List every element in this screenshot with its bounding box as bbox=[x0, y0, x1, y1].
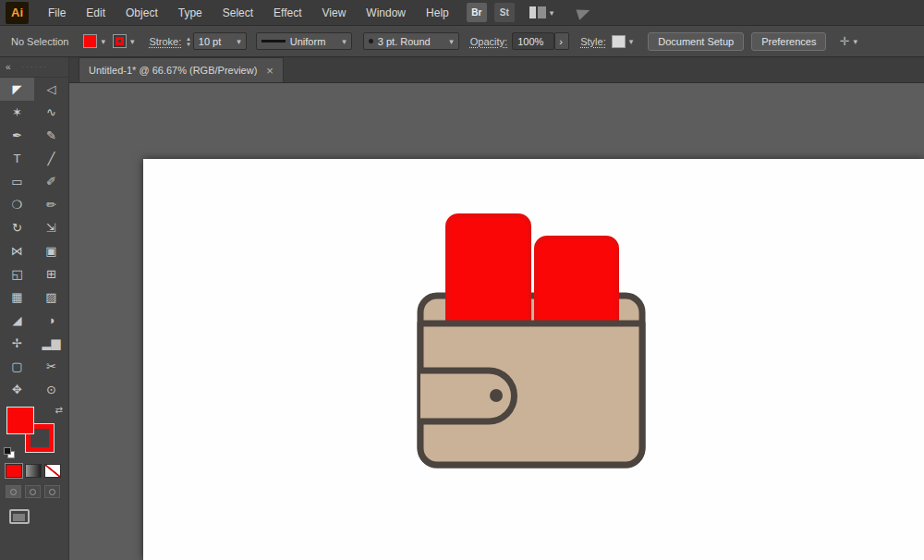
symbol-sprayer-tool[interactable]: ✢ bbox=[0, 332, 34, 355]
selection-tool[interactable]: ◤ bbox=[0, 78, 34, 101]
opacity-flyout-button[interactable]: › bbox=[554, 32, 569, 50]
tab-bar: Untitled-1* @ 66.67% (RGB/Preview) × bbox=[69, 57, 924, 83]
menu-type[interactable]: Type bbox=[168, 0, 213, 26]
blend-tool[interactable]: ◑ bbox=[34, 309, 68, 332]
workspace-switcher-icon[interactable] bbox=[529, 6, 546, 18]
slice-tool[interactable]: ✂ bbox=[34, 355, 68, 378]
collapse-panel-icon[interactable]: « bbox=[6, 62, 11, 72]
variable-width-dropdown[interactable]: Uniform ▾ bbox=[256, 32, 352, 50]
type-tool[interactable]: T bbox=[0, 147, 34, 170]
brush-dropdown[interactable]: 3 pt. Round ▾ bbox=[363, 32, 459, 50]
opacity-input[interactable]: 100% bbox=[512, 32, 554, 50]
red-card-left[interactable] bbox=[447, 215, 529, 335]
chevron-down-icon[interactable]: ▾ bbox=[853, 37, 857, 46]
menu-view[interactable]: View bbox=[312, 0, 357, 26]
transform-widget-icon[interactable]: ✛ bbox=[839, 34, 849, 48]
menu-list: FileEditObjectTypeSelectEffectViewWindow… bbox=[38, 0, 459, 26]
gradient-tool[interactable]: ▨ bbox=[34, 286, 68, 309]
brush-value: 3 pt. Round bbox=[378, 36, 431, 47]
magic-wand-tool[interactable]: ✶ bbox=[0, 101, 34, 124]
close-icon[interactable]: × bbox=[266, 66, 274, 76]
stroke-weight-stepper[interactable]: ▴ ▾ bbox=[187, 36, 190, 47]
line-segment-tool[interactable]: ╱ bbox=[34, 147, 68, 170]
pencil-tool[interactable]: ✏ bbox=[34, 193, 68, 216]
menu-effect[interactable]: Effect bbox=[263, 0, 311, 26]
width-profile-preview-icon bbox=[261, 40, 286, 43]
fill-color-indicator[interactable] bbox=[6, 407, 34, 434]
stroke-label[interactable]: Stroke: bbox=[149, 36, 181, 47]
wallet-artwork bbox=[143, 159, 924, 560]
menu-window[interactable]: Window bbox=[356, 0, 416, 26]
opacity-label[interactable]: Opacity: bbox=[470, 36, 507, 47]
swap-fill-stroke-icon[interactable]: ⇄ bbox=[55, 405, 63, 415]
control-bar: No Selection ▾ ▾ Stroke: ▴ ▾ 10 pt ▾ Uni… bbox=[0, 26, 924, 57]
preferences-button[interactable]: Preferences bbox=[751, 32, 826, 51]
width-tool[interactable]: ⋈ bbox=[0, 239, 34, 262]
perspective-grid-tool[interactable]: ⊞ bbox=[34, 262, 68, 286]
tools-grid: ◤◁✶∿✒✎T╱▭✐❍✏↻⇲⋈▣◱⊞▦▨◢◑✢▂▆▢✂✥⊙ bbox=[0, 78, 68, 401]
style-label[interactable]: Style: bbox=[580, 36, 606, 47]
share-icon[interactable] bbox=[577, 6, 592, 20]
menu-edit[interactable]: Edit bbox=[76, 0, 116, 26]
tools-panel-header: « ······ bbox=[0, 57, 68, 78]
chevron-down-icon[interactable]: ▾ bbox=[130, 37, 135, 46]
direct-selection-tool[interactable]: ◁ bbox=[34, 78, 68, 101]
drag-handle-dots[interactable]: ······ bbox=[22, 63, 48, 71]
selection-status: No Selection bbox=[11, 36, 68, 47]
fill-stroke-widget: ⇄ bbox=[0, 405, 68, 462]
width-profile-value: Uniform bbox=[290, 36, 326, 47]
chevron-down-icon[interactable]: ▾ bbox=[629, 37, 634, 46]
fill-color-swatch[interactable] bbox=[83, 34, 97, 48]
stroke-color-swatch[interactable] bbox=[113, 34, 127, 48]
pen-tool[interactable]: ✒ bbox=[0, 124, 34, 147]
menu-help[interactable]: Help bbox=[416, 0, 459, 26]
shape-builder-tool[interactable]: ◱ bbox=[0, 262, 34, 286]
default-fill-stroke-icon[interactable] bbox=[4, 447, 15, 458]
document-setup-button[interactable]: Document Setup bbox=[648, 32, 744, 51]
document-tab[interactable]: Untitled-1* @ 66.67% (RGB/Preview) × bbox=[79, 57, 284, 82]
style-swatch[interactable] bbox=[612, 35, 626, 48]
eyedropper-tool[interactable]: ◢ bbox=[0, 309, 34, 332]
gradient-button[interactable] bbox=[25, 464, 42, 478]
illustrator-window: Ai FileEditObjectTypeSelectEffectViewWin… bbox=[0, 0, 924, 560]
menu-select[interactable]: Select bbox=[213, 0, 263, 26]
shaper-tool[interactable]: ❍ bbox=[0, 193, 34, 216]
column-graph-tool[interactable]: ▂▆ bbox=[34, 332, 68, 355]
paintbrush-tool[interactable]: ✐ bbox=[34, 170, 68, 193]
menu-file[interactable]: File bbox=[38, 0, 76, 26]
color-type-buttons bbox=[0, 462, 68, 478]
lasso-tool[interactable]: ∿ bbox=[34, 101, 68, 124]
stepper-down-icon[interactable]: ▾ bbox=[187, 42, 190, 47]
draw-inside-button[interactable] bbox=[44, 485, 60, 498]
screen-mode-button[interactable] bbox=[9, 509, 30, 524]
rotate-tool[interactable]: ↻ bbox=[0, 216, 34, 239]
none-button[interactable] bbox=[44, 464, 61, 478]
scale-tool[interactable]: ⇲ bbox=[34, 216, 68, 239]
stroke-weight-value: 10 pt bbox=[199, 36, 221, 47]
free-transform-tool[interactable]: ▣ bbox=[34, 239, 68, 262]
rectangle-tool[interactable]: ▭ bbox=[0, 170, 34, 193]
zoom-tool[interactable]: ⊙ bbox=[34, 378, 68, 401]
artboard-surface[interactable] bbox=[143, 159, 924, 560]
artboard-tool[interactable]: ▢ bbox=[0, 355, 34, 378]
hand-tool[interactable]: ✥ bbox=[0, 378, 34, 401]
curvature-tool[interactable]: ✎ bbox=[34, 124, 68, 147]
menu-object[interactable]: Object bbox=[116, 0, 168, 26]
mesh-tool[interactable]: ▦ bbox=[0, 286, 34, 309]
menubar: Ai FileEditObjectTypeSelectEffectViewWin… bbox=[0, 0, 924, 26]
chevron-down-icon[interactable]: ▾ bbox=[550, 8, 554, 18]
brush-preview-icon bbox=[369, 39, 373, 43]
stroke-weight-dropdown[interactable]: 10 pt ▾ bbox=[193, 32, 247, 50]
opacity-value: 100% bbox=[517, 36, 543, 47]
document-tab-title: Untitled-1* @ 66.67% (RGB/Preview) bbox=[89, 65, 257, 76]
canvas-area[interactable] bbox=[69, 83, 924, 560]
chevron-down-icon: ▾ bbox=[237, 37, 241, 46]
bridge-button[interactable]: Br bbox=[467, 3, 487, 22]
chevron-down-icon[interactable]: ▾ bbox=[101, 37, 105, 46]
draw-behind-button[interactable] bbox=[25, 485, 41, 498]
draw-normal-button[interactable] bbox=[6, 485, 21, 498]
stock-button[interactable]: St bbox=[494, 3, 515, 22]
chevron-down-icon: ▾ bbox=[449, 37, 454, 46]
color-button[interactable] bbox=[6, 464, 22, 478]
strap-button[interactable] bbox=[490, 389, 503, 402]
